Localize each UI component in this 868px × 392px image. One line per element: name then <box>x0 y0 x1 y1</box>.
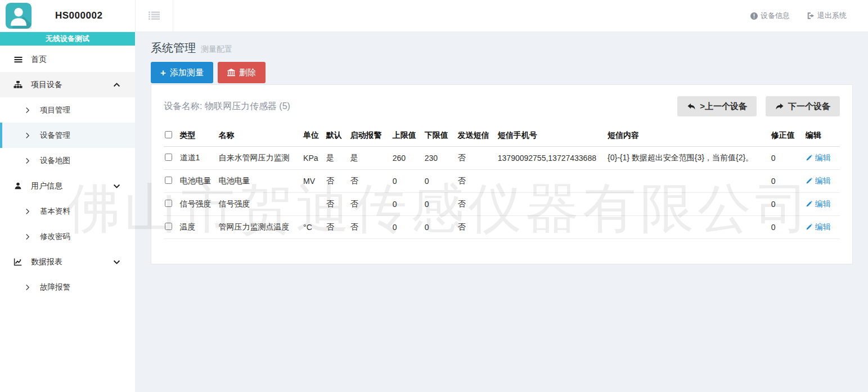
sidebar-menu: 首页 项目设备 <box>0 46 135 300</box>
device-row: 设备名称: 物联网压力传感器 (5) >上一个设备 下一个设备 <box>164 96 840 116</box>
cell-sms-phone <box>497 193 606 216</box>
sidebar-item-fault-alarm[interactable]: 故障报警 <box>0 274 135 300</box>
cell-sms-content <box>606 216 770 239</box>
pencil-icon <box>806 155 812 161</box>
table-row: 道道1 自来水管网压力监测 KPa 是 是 260 230 否 13790092… <box>164 147 840 170</box>
select-all-cell <box>164 125 178 147</box>
edit-label: 编辑 <box>815 222 831 232</box>
add-measurement-button[interactable]: + 添加测量 <box>151 62 213 83</box>
cell-sms-phone: 13790092755,13727433688 <box>497 147 606 170</box>
top-bar: HS000002 设备信息 <box>0 0 868 32</box>
edit-label: 编辑 <box>815 153 831 163</box>
pencil-icon <box>806 178 812 184</box>
col-correction: 修正值 <box>770 125 804 147</box>
info-circle-icon <box>750 12 758 20</box>
logout-link[interactable]: 退出系统 <box>807 11 847 21</box>
main-content: 系统管理 测量配置 + 添加测量 删除 <box>135 32 868 392</box>
plus-icon: + <box>160 68 166 78</box>
sidebar-banner: 无线设备测试 <box>0 32 135 46</box>
sidebar-item-label: 设备地图 <box>40 156 70 166</box>
toolbar: + 添加测量 删除 <box>151 62 853 83</box>
row-checkbox[interactable] <box>165 154 172 161</box>
col-edit: 编辑 <box>804 125 840 147</box>
cell-sms-content: {0}-{1} 数据超出安全范围{3}，当前值{2}。 <box>606 147 770 170</box>
cell-sms-content <box>606 170 770 193</box>
col-default: 默认 <box>325 125 349 147</box>
hamburger-icon <box>12 56 24 64</box>
sidebar-group-project-devices[interactable]: 项目设备 <box>0 72 135 97</box>
sidebar: 无线设备测试 首页 项目设备 <box>0 32 135 392</box>
cell-default: 是 <box>325 147 349 170</box>
avatar-logo-icon <box>6 3 32 29</box>
cell-default: 否 <box>325 170 349 193</box>
delete-button[interactable]: 删除 <box>218 62 266 83</box>
edit-link[interactable]: 编辑 <box>806 153 831 163</box>
table-header-row: 类型 名称 单位 默认 启动报警 上限值 下限值 发送短信 短信手机号 短信内容… <box>164 125 840 147</box>
sidebar-item-label: 故障报警 <box>40 282 70 292</box>
measurement-table: 类型 名称 单位 默认 启动报警 上限值 下限值 发送短信 短信手机号 短信内容… <box>164 125 840 239</box>
cell-upper: 0 <box>392 170 424 193</box>
chevron-up-icon <box>113 82 120 88</box>
page-subtitle: 测量配置 <box>201 44 232 55</box>
sidebar-group-data-reports[interactable]: 数据报表 <box>0 249 135 274</box>
previous-device-label: >上一个设备 <box>700 101 747 112</box>
sidebar-item-label: 设备管理 <box>40 130 70 141</box>
sidebar-item-project-management[interactable]: 项目管理 <box>0 97 135 123</box>
sidebar-toggle-button[interactable] <box>135 0 173 31</box>
sidebar-item-basic-profile[interactable]: 基本资料 <box>0 199 135 224</box>
cell-default: 否 <box>325 193 349 216</box>
col-sms-content: 短信内容 <box>606 125 770 147</box>
add-measurement-label: 添加测量 <box>170 67 204 78</box>
edit-link[interactable]: 编辑 <box>806 176 831 186</box>
next-device-button[interactable]: 下一个设备 <box>766 96 840 116</box>
col-alarm: 启动报警 <box>349 125 391 147</box>
cell-sms-phone <box>497 170 606 193</box>
row-checkbox[interactable] <box>165 200 172 207</box>
col-sms-phone: 短信手机号 <box>497 125 606 147</box>
edit-link[interactable]: 编辑 <box>806 222 831 232</box>
bank-icon <box>227 69 235 76</box>
sidebar-group-user-info[interactable]: 用户信息 <box>0 173 135 199</box>
cell-correction: 0 <box>770 193 804 216</box>
cell-send-sms: 否 <box>457 147 497 170</box>
cell-name: 管网压力监测点温度 <box>218 216 303 239</box>
sidebar-group-label: 数据报表 <box>31 257 62 267</box>
cell-send-sms: 否 <box>457 216 497 239</box>
cell-unit: MV <box>302 170 325 193</box>
device-info-link[interactable]: 设备信息 <box>750 11 790 21</box>
sitemap-icon <box>12 80 24 89</box>
cell-upper: 0 <box>392 193 424 216</box>
sidebar-item-change-password[interactable]: 修改密码 <box>0 224 135 249</box>
cell-alarm: 否 <box>349 216 391 239</box>
row-checkbox[interactable] <box>165 177 172 184</box>
measurement-panel: 设备名称: 物联网压力传感器 (5) >上一个设备 下一个设备 <box>151 84 853 264</box>
page-title: 系统管理 <box>151 40 196 56</box>
previous-device-button[interactable]: >上一个设备 <box>677 96 757 116</box>
sidebar-group-label: 项目设备 <box>31 80 62 90</box>
device-name-label: 设备名称: 物联网压力传感器 (5) <box>164 101 290 112</box>
edit-link[interactable]: 编辑 <box>806 199 831 209</box>
device-nav-buttons: >上一个设备 下一个设备 <box>677 96 840 116</box>
col-lower: 下限值 <box>424 125 457 147</box>
list-icon <box>149 11 160 20</box>
sidebar-item-device-management[interactable]: 设备管理 <box>0 123 135 148</box>
sidebar-item-device-map[interactable]: 设备地图 <box>0 148 135 173</box>
sign-out-icon <box>807 12 815 20</box>
cell-unit: KPa <box>302 147 325 170</box>
cell-sms-phone <box>497 216 606 239</box>
col-name: 名称 <box>218 125 303 147</box>
select-all-checkbox[interactable] <box>165 131 172 138</box>
sidebar-item-label: 项目管理 <box>40 105 70 115</box>
chevron-right-icon <box>25 233 30 240</box>
device-info-label: 设备信息 <box>761 11 790 21</box>
col-type: 类型 <box>178 125 217 147</box>
cell-name: 信号强度 <box>218 193 303 216</box>
row-checkbox[interactable] <box>165 223 172 230</box>
cell-send-sms: 否 <box>457 193 497 216</box>
sidebar-item-home[interactable]: 首页 <box>0 47 135 72</box>
sidebar-item-label: 修改密码 <box>40 232 70 242</box>
user-icon <box>12 182 24 190</box>
chart-line-icon <box>12 258 24 266</box>
cell-upper: 260 <box>392 147 424 170</box>
edit-label: 编辑 <box>815 199 831 209</box>
